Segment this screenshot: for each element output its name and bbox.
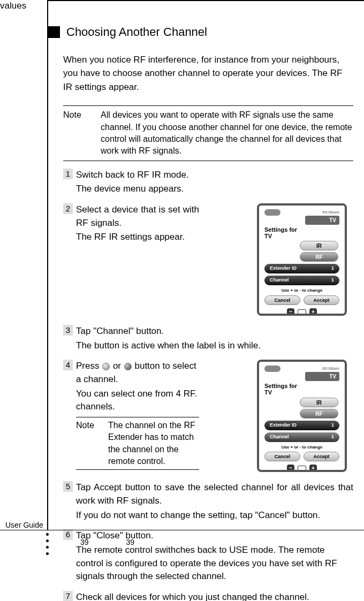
device-name: TV — [264, 233, 272, 239]
footer-rule — [47, 521, 364, 530]
plus-button-icon — [124, 363, 132, 370]
step-number: 3 — [63, 325, 73, 336]
device-screenshot-2: 09:06am TV Settings forTV IR RF Extender… — [257, 360, 347, 472]
extender-id-button: Extender ID1 — [264, 421, 339, 430]
indicator-icon — [298, 309, 306, 315]
battery-icon — [264, 366, 280, 372]
note-block: Note All devices you want to operate wit… — [63, 105, 353, 161]
step-text: Tap "Channel" button. — [76, 325, 353, 338]
rf-button: RF — [300, 409, 338, 419]
clock: 09:06am — [322, 366, 339, 372]
page-number: 39 — [126, 537, 135, 547]
step-number: 1 — [63, 169, 73, 179]
step-text: Tap Accept button to save the selected c… — [76, 481, 353, 507]
footer: User Guide — [0, 521, 364, 530]
step-3: 3 Tap "Channel" button. The button is ac… — [63, 325, 353, 353]
hint-text: Use + or - to change — [261, 287, 343, 294]
step-number: 4 — [63, 360, 73, 370]
step-4: 4 Press or button to select a channel. Y… — [63, 360, 353, 475]
step-text: The device menu appears. — [76, 182, 353, 196]
minus-button-icon — [102, 363, 110, 370]
step-1: 1 Switch back to RF IR mode. The device … — [63, 169, 353, 197]
step-text: Press or button to select a channel. — [76, 360, 199, 386]
decorative-dots — [46, 533, 49, 555]
intro-paragraph: When you notice RF interference, for ins… — [63, 53, 353, 94]
step-text: You can select one from 4 RF. channels. — [76, 387, 199, 414]
device-tab: TV — [305, 372, 339, 381]
step-2: 2 Select a device that is set with RF si… — [63, 203, 353, 318]
step-text: Select a device that is set with RF sign… — [76, 203, 199, 230]
step-text: Switch back to RF IR mode. — [76, 169, 353, 182]
left-border — [47, 0, 48, 530]
step-number: 6 — [63, 529, 73, 540]
step-text: Check all devices for which you just cha… — [76, 591, 353, 601]
device-name: TV — [264, 389, 272, 395]
step-7: 7 Check all devices for which you just c… — [63, 591, 353, 601]
indicator-icon — [298, 466, 306, 471]
device-screenshot-1: 09:06am TV Settings forTV IR RF Extender… — [257, 203, 347, 316]
user-guide-label: User Guide — [0, 521, 47, 530]
channel-button: Channel1 — [264, 432, 339, 442]
rf-button: RF — [300, 252, 338, 262]
page-number: 39 — [80, 537, 89, 547]
clock: 09:06am — [322, 210, 339, 216]
hint-text: Use + or - to change — [261, 444, 343, 451]
step-number: 7 — [63, 591, 73, 601]
note-text: The channel on the RF Extender has to ma… — [108, 420, 199, 468]
page-title: Choosing Another Channel — [66, 24, 207, 40]
inner-note: Note The channel on the RF Extender has … — [76, 417, 199, 470]
cancel-button: Cancel — [264, 452, 300, 461]
page-numbers: 39 39 — [80, 537, 134, 547]
cancel-button: Cancel — [264, 295, 300, 305]
channel-button: Channel1 — [264, 276, 339, 285]
top-border — [47, 0, 364, 1]
heading-row: Choosing Another Channel — [54, 24, 353, 40]
step-text: The remote control swithches back to USE… — [76, 544, 353, 583]
minus-icon: − — [287, 465, 294, 472]
settings-for-label: Settings for — [264, 383, 297, 389]
step-5: 5 Tap Accept button to save the selected… — [63, 481, 353, 523]
battery-icon — [264, 209, 280, 216]
settings-for-label: Settings for — [264, 226, 297, 233]
ir-button: IR — [300, 241, 338, 250]
page-content: Choosing Another Channel When you notice… — [54, 24, 353, 601]
accept-button: Accept — [304, 295, 339, 305]
step-text: The button is active when the label is i… — [76, 339, 353, 353]
plus-icon: + — [309, 465, 317, 472]
step-number: 5 — [63, 481, 73, 492]
accept-button: Accept — [304, 452, 339, 461]
heading-marker — [48, 26, 60, 38]
step-text: If you do not want to change the setting… — [76, 509, 353, 522]
note-text: All devices you want to operate with RF … — [101, 109, 353, 157]
note-label: Note — [63, 109, 101, 157]
plus-icon: + — [309, 308, 317, 316]
extender-id-button: Extender ID1 — [264, 264, 339, 273]
ir-button: IR — [300, 398, 338, 407]
note-label: Note — [76, 420, 108, 468]
step-text: The RF IR settings appear. — [76, 231, 199, 244]
minus-icon: − — [287, 308, 294, 316]
step-number: 2 — [63, 203, 73, 214]
device-tab: TV — [305, 216, 339, 225]
